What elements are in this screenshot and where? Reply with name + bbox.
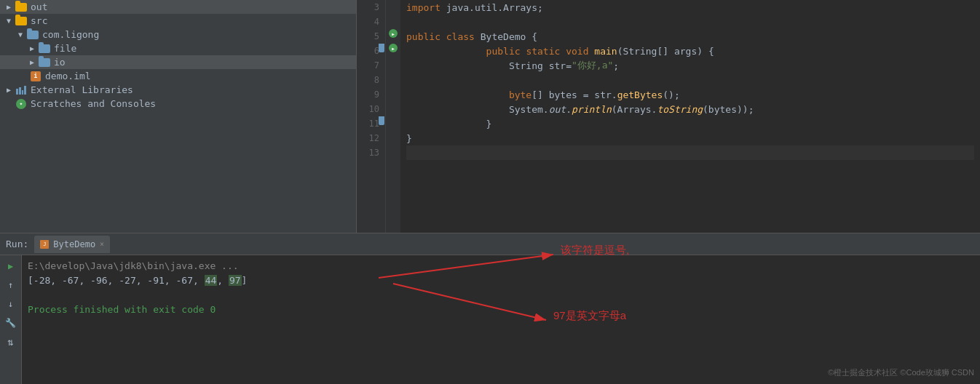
folder-icon-file [38,44,51,54]
iml-icon: i [29,71,42,81]
run-toolbar: ▶ ↑ ↓ 🔧 ⇅ [0,255,22,384]
run-body: ▶ ↑ ↓ 🔧 ⇅ E:\develop\Java\jdk8\bin\java.… [0,255,980,384]
tree-item-src[interactable]: ▼ src [0,14,356,28]
code-line-5: public class ByteDemo { [406,29,974,44]
line-num-13: 13 [357,145,385,160]
code-line-13 [406,145,974,160]
code-content[interactable]: import java.util.Arrays; public class By… [400,0,980,233]
line-num-10: 10 [357,102,385,116]
folder-icon-com-ligong [26,30,39,40]
output-line-exit: Process finished with exit code 0 [28,302,974,316]
run-settings-btn[interactable]: 🔧 [3,315,19,331]
code-line-3: import java.util.Arrays; [406,0,974,15]
ext-lib-icon [15,85,28,95]
run-tab-bar: Run: J ByteDemo × [0,233,980,255]
tree-label-io: io [54,57,66,68]
line-num-3: 3 [357,0,385,15]
line-gutter [386,0,400,233]
code-line-11: } [406,116,974,131]
code-editor: 3 4 5 6 7 8 9 10 11 12 13 [357,0,980,233]
output-line-cmd: E:\develop\Java\jdk8\bin\java.exe ... [28,258,974,273]
run-wrap-btn[interactable]: ⇅ [3,334,19,350]
tree-label-demo-iml: demo.iml [45,71,91,81]
tree-label-com-ligong: com.ligong [42,29,99,40]
tree-label-file: file [54,43,76,54]
tree-label-external: External Libraries [31,84,133,95]
arrow-external: ▶ [3,86,15,94]
scratch-icon: ✦ [15,99,28,109]
tab-close-btn[interactable]: × [100,240,104,248]
arrow-src: ▼ [3,17,15,25]
arrow-file: ▶ [26,44,38,52]
line-num-5: 5 [357,29,385,44]
code-line-7: String str="你好,a"; [406,58,974,73]
watermark: ©橙士掘金技术社区 ©Code玫城狮 CSDN [828,367,974,378]
tree-label-scratches: Scratches and Consoles [31,98,156,109]
folder-icon-io [38,57,51,68]
highlight-97: 97 [229,275,242,286]
tree-item-scratches[interactable]: ▶ ✦ Scratches and Consoles [0,97,356,111]
arrow-io: ▶ [26,58,38,66]
line-num-4: 4 [357,15,385,29]
tree-item-io[interactable]: ▶ io [0,55,356,69]
highlight-44: 44 [205,275,218,286]
code-line-10: System.out.println(Arrays.toString(bytes… [406,102,974,116]
folder-icon-src [15,16,28,26]
output-line-blank [28,287,974,302]
run-tab-name: ByteDemo [53,239,95,249]
run-play-btn[interactable]: ▶ [3,258,19,274]
line-num-8: 8 [357,73,385,87]
tree-item-demo-iml[interactable]: ▶ i demo.iml [0,69,356,83]
run-output: E:\develop\Java\jdk8\bin\java.exe ... [-… [22,255,980,384]
tree-label-src: src [31,15,47,26]
tree-item-file[interactable]: ▶ file [0,41,356,55]
tree-label-out: out [31,1,47,12]
arrow-com-ligong: ▼ [15,31,26,39]
run-scroll-up-btn[interactable]: ↑ [3,277,19,293]
code-line-12: } [406,131,974,145]
line-num-9: 9 [357,87,385,102]
arrow-out: ▶ [3,3,15,11]
run-tab-bytedemo[interactable]: J ByteDemo × [34,236,110,253]
run-scroll-down-btn[interactable]: ↓ [3,296,19,312]
file-tree: ▶ out ▼ src ▼ com.ligong [0,0,357,233]
folder-icon-out [15,2,28,12]
run-panel: Run: J ByteDemo × ▶ ↑ ↓ 🔧 ⇅ E:\develop\J… [0,233,980,384]
tab-file-icon: J [40,240,49,249]
run-label: Run: [6,239,28,249]
output-line-result: [-28, -67, -96, -27, -91, -67, 44, 97] [28,273,974,287]
tree-item-com-ligong[interactable]: ▼ com.ligong [0,28,356,41]
tree-item-external-libs[interactable]: ▶ External Libraries [0,83,356,97]
tree-item-out[interactable]: ▶ out [0,0,356,14]
line-num-7: 7 [357,58,385,73]
line-num-12: 12 [357,131,385,145]
code-line-4 [406,15,974,29]
